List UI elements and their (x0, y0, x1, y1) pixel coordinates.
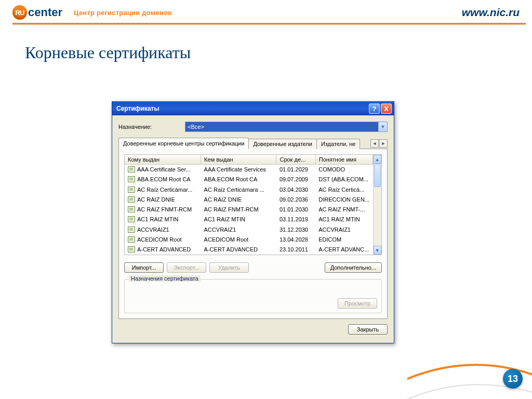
tab-trusted-root-ca[interactable]: Доверенные корневые центры сертификации (118, 138, 249, 149)
scroll-up-button[interactable]: ▲ (374, 155, 381, 164)
import-button[interactable]: Импорт... (124, 262, 164, 273)
tab-scroll-left[interactable]: ◄ (370, 139, 379, 148)
export-button: Экспорт... (167, 262, 206, 273)
brand-subtitle: Центр регистрации доменов (74, 9, 172, 17)
dialog-title: Сертификаты (116, 105, 159, 112)
delete-button: Удалить (209, 262, 249, 273)
close-icon[interactable]: X (381, 103, 392, 114)
purpose-combobox[interactable]: <Все> ▼ (185, 122, 388, 132)
certificate-icon (128, 227, 135, 233)
vertical-scrollbar[interactable]: ▲ ▼ (373, 155, 381, 255)
groupbox-legend: Назначения сертификата (129, 275, 201, 282)
certificate-icon (128, 166, 135, 172)
tab-strip: Доверенные корневые центры сертификации … (118, 137, 388, 149)
purpose-label: Назначение: (118, 124, 181, 130)
certificate-icon (128, 236, 135, 243)
table-row[interactable]: ACCVRAIZ1ACCVRAIZ131.12.2030ACCVRAIZ1 (125, 224, 373, 234)
table-row[interactable]: AC1 RAIZ MTINAC1 RAIZ MTIN03.11.2019AC1 … (125, 215, 373, 224)
tab-trusted-publishers[interactable]: Доверенные издатели (248, 139, 316, 149)
certificate-icon (128, 206, 135, 212)
table-row[interactable]: AC RAIZ FNMT-RCMAC RAIZ FNMT-RCM01.01.20… (125, 205, 373, 215)
brand-url: www.nic.ru (462, 6, 520, 19)
col-issued-to[interactable]: Кому выдан (125, 155, 201, 165)
slide-title: Корневые сертификаты (25, 43, 532, 62)
logo-mark: RU (12, 5, 27, 20)
brand-logo: RU center (12, 5, 62, 20)
col-expires[interactable]: Срок де... (276, 155, 315, 165)
table-row[interactable]: AAA Certificate Ser...AAA Certificate Se… (125, 165, 373, 175)
certificate-icon (128, 216, 135, 222)
table-row[interactable]: ACEDICOM RootACEDICOM Root13.04.2028EDIC… (125, 234, 373, 244)
header-divider-grey (12, 24, 526, 25)
dialog-titlebar[interactable]: Сертификаты ? X (112, 102, 394, 115)
table-row[interactable]: AC Raíz Certicámar...AC Raíz Certicámara… (125, 184, 373, 194)
purpose-selected: <Все> (185, 122, 378, 131)
help-button[interactable]: ? (369, 103, 380, 114)
certificate-icon (128, 187, 135, 193)
table-header-row[interactable]: Кому выдан Кем выдан Срок де... Понятное… (125, 155, 373, 165)
cert-purposes-groupbox: Назначения сертификата Просмотр (124, 279, 382, 313)
certificate-icon (128, 196, 135, 203)
view-button: Просмотр (338, 298, 377, 309)
page-number-badge: 13 (503, 369, 523, 389)
chevron-down-icon[interactable]: ▼ (378, 122, 387, 131)
certificate-icon (128, 246, 135, 252)
footer-swoosh (407, 337, 532, 399)
scroll-thumb[interactable] (374, 164, 381, 187)
certificates-dialog: Сертификаты ? X Назначение: <Все> ▼ Дове… (112, 101, 394, 343)
close-button[interactable]: Закрыть (348, 324, 388, 335)
scroll-down-button[interactable]: ▼ (374, 246, 381, 255)
brand-header: RU center Центр регистрации доменов www.… (0, 0, 532, 23)
logo-text: center (28, 6, 62, 19)
col-issued-by[interactable]: Кем выдан (201, 155, 276, 165)
certificate-icon (128, 176, 135, 182)
advanced-button[interactable]: Дополнительно... (325, 262, 382, 273)
tab-scroll-buttons: ◄ ► (370, 139, 388, 149)
tab-scroll-right[interactable]: ► (379, 139, 388, 148)
table-row[interactable]: AC RAIZ DNIEAC RAIZ DNIE09.02.2036DIRECC… (125, 194, 373, 204)
table-row[interactable]: A-CERT ADVANCEDA-CERT ADVANCED23.10.2011… (125, 245, 373, 255)
certificates-table[interactable]: Кому выдан Кем выдан Срок де... Понятное… (124, 154, 382, 255)
col-friendly[interactable]: Понятное имя (315, 155, 373, 165)
tab-untrusted-publishers[interactable]: Издатели, не (316, 139, 361, 149)
table-row[interactable]: ABA.ECOM Root CAABA.ECOM Root CA09.07.20… (125, 175, 373, 184)
scroll-track[interactable] (374, 164, 381, 246)
